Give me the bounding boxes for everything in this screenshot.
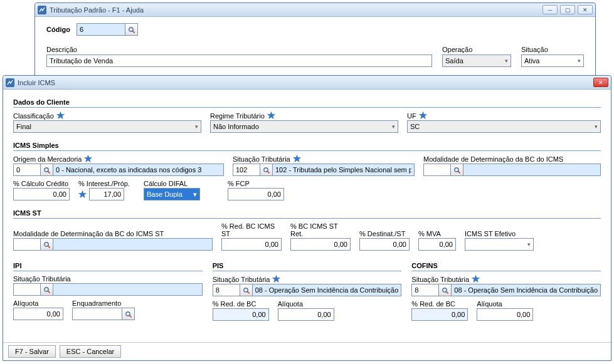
operacao-label: Operação <box>442 46 511 53</box>
pct-red-bc-st-input[interactable] <box>221 238 282 251</box>
pct-dest-st-input[interactable] <box>359 238 410 251</box>
section-cofins: COFINS <box>411 262 601 269</box>
required-star-icon <box>293 155 301 163</box>
icms-st-efetivo-select[interactable]: ▾ <box>465 238 534 251</box>
divider <box>13 150 601 151</box>
pct-fcp-input[interactable] <box>228 188 284 200</box>
modalidade-st-label: Modalidade de Determinação da BC do ICMS… <box>13 230 213 237</box>
pis-sit-lookup-button[interactable] <box>240 284 253 296</box>
origem-code-input[interactable] <box>13 164 41 176</box>
pis-aliquota-input[interactable] <box>278 308 334 321</box>
chevron-down-icon: ▾ <box>527 241 531 247</box>
pct-bc-st-ret-input[interactable] <box>290 238 351 251</box>
sit-trib-label: Situação Tributária <box>233 155 290 163</box>
titlebar-text-bg: Tributação Padrão - F1 - Ajuda <box>50 6 543 14</box>
app-icon <box>6 78 14 87</box>
close-button-fg[interactable]: ✕ <box>593 78 608 87</box>
ipi-sit-desc-input <box>53 283 203 296</box>
classificacao-value: Final <box>16 123 31 130</box>
ipi-sit-lookup-button[interactable] <box>41 283 53 296</box>
situacao-label: Situação <box>521 46 584 53</box>
pis-aliquota-label: Alíquota <box>278 300 334 308</box>
pis-red-bc-label: % Red. de BC <box>213 300 269 308</box>
pct-dest-st-label: % Destinat./ST <box>359 230 410 237</box>
modalidade-bc-lookup-button[interactable] <box>451 164 463 176</box>
origem-label: Origem da Mercadoria <box>13 155 82 163</box>
ipi-enquad-label: Enquadramento <box>72 299 147 307</box>
divider <box>13 218 601 219</box>
ipi-sit-code-input[interactable] <box>13 283 41 296</box>
titlebar-text-fg: Incluir ICMS <box>18 79 593 86</box>
pis-sit-label: Situação Tributária <box>213 276 270 283</box>
chevron-down-icon: ▾ <box>193 190 197 199</box>
modalidade-bc-label: Modalidade de Determinação da BC do ICMS <box>423 155 563 163</box>
modalidade-bc-code-input[interactable] <box>423 164 451 176</box>
pct-mva-label: % MVA <box>418 230 456 237</box>
ipi-aliquota-input[interactable] <box>13 308 63 320</box>
salvar-button[interactable]: F7 - Salvar <box>8 345 56 358</box>
pct-red-bc-st-label: % Red. BC ICMS ST <box>221 222 282 237</box>
titlebar-fg: Incluir ICMS ✕ <box>3 76 611 90</box>
pct-bc-st-ret-label: % BC ICMS ST Ret. <box>290 222 351 237</box>
required-star-icon <box>419 112 427 120</box>
cofins-red-bc-label: % Red. de BC <box>411 300 468 308</box>
cofins-sit-desc-input <box>452 284 601 296</box>
ipi-enquad-input[interactable] <box>72 308 122 320</box>
situacao-select[interactable]: Ativa ▾ <box>521 55 584 67</box>
required-star-icon <box>472 275 480 283</box>
sit-trib-code-input[interactable] <box>233 164 260 176</box>
operacao-select[interactable]: Saída ▾ <box>442 55 511 67</box>
divider <box>13 271 203 271</box>
codigo-lookup-button[interactable] <box>125 23 138 36</box>
chevron-down-icon: ▾ <box>392 123 395 130</box>
section-ipi: IPI <box>13 262 203 269</box>
regime-select[interactable]: Não Informado ▾ <box>210 120 398 133</box>
ipi-enquad-lookup-button[interactable] <box>122 308 135 320</box>
icms-st-efetivo-label: ICMS ST Efetivo <box>465 230 534 237</box>
cofins-aliquota-input[interactable] <box>477 308 533 321</box>
divider <box>13 107 601 108</box>
minimize-button[interactable]: ─ <box>543 5 558 14</box>
sit-trib-lookup-button[interactable] <box>260 164 273 176</box>
pct-mva-input[interactable] <box>418 238 456 251</box>
modalidade-bc-desc-input <box>463 164 601 176</box>
section-icms-st: ICMS ST <box>13 209 601 217</box>
modalidade-st-lookup-button[interactable] <box>41 238 53 251</box>
cofins-aliquota-label: Alíquota <box>477 300 533 308</box>
chevron-down-icon: ▾ <box>195 123 198 130</box>
cofins-sit-code-input[interactable] <box>411 284 439 296</box>
descricao-input[interactable] <box>46 55 432 67</box>
calc-difal-select[interactable]: Base Dupla ▾ <box>144 188 200 200</box>
required-star-icon <box>272 275 280 283</box>
codigo-input[interactable] <box>77 23 125 36</box>
required-star-icon <box>267 112 275 120</box>
cofins-sit-lookup-button[interactable] <box>439 284 452 296</box>
section-pis: PIS <box>213 262 402 269</box>
pis-sit-desc-input <box>253 284 402 296</box>
maximize-button[interactable]: ▢ <box>560 5 575 14</box>
calc-difal-value: Base Dupla <box>147 190 183 198</box>
required-star-icon <box>78 190 87 199</box>
classificacao-select[interactable]: Final ▾ <box>13 120 201 133</box>
chevron-down-icon: ▾ <box>595 123 598 130</box>
operacao-value: Saída <box>445 57 463 65</box>
pct-calc-cred-input[interactable] <box>13 188 70 200</box>
cancelar-button[interactable]: ESC - Cancelar <box>60 345 121 358</box>
codigo-label: Código <box>46 26 70 33</box>
chevron-down-icon: ▾ <box>505 58 508 64</box>
cofins-red-bc-input[interactable] <box>411 308 468 321</box>
required-star-icon <box>84 155 92 163</box>
pis-red-bc-input[interactable] <box>213 308 269 321</box>
chevron-down-icon: ▾ <box>578 58 581 64</box>
close-button-bg[interactable]: ✕ <box>578 5 593 14</box>
uf-select[interactable]: SC ▾ <box>407 120 601 133</box>
pis-sit-code-input[interactable] <box>213 284 240 296</box>
situacao-value: Ativa <box>524 57 539 65</box>
window-incluir-icms: Incluir ICMS ✕ Dados do Cliente Classifi… <box>3 75 611 361</box>
origem-lookup-button[interactable] <box>41 164 53 176</box>
uf-value: SC <box>410 123 420 130</box>
pct-interest-input[interactable] <box>89 188 124 200</box>
modalidade-st-desc-input <box>53 238 213 251</box>
cofins-sit-label: Situação Tributária <box>411 276 469 283</box>
modalidade-st-code-input[interactable] <box>13 238 41 251</box>
